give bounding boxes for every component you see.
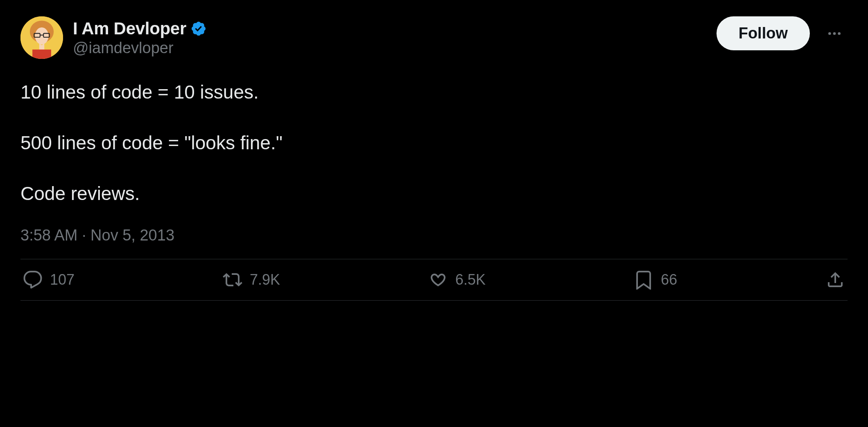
more-button[interactable]: [821, 20, 848, 47]
like-button[interactable]: 6.5K: [428, 270, 486, 290]
verified-badge-icon: [190, 20, 207, 37]
avatar[interactable]: [20, 16, 63, 59]
divider: [20, 300, 848, 301]
reply-count: 107: [50, 271, 75, 288]
user-handle[interactable]: @iamdevloper: [73, 39, 207, 57]
user-group[interactable]: I Am Devloper @iamdevloper: [20, 16, 207, 59]
heart-icon: [428, 270, 448, 290]
tweet-timestamp[interactable]: 3:58 AM · Nov 5, 2013: [20, 227, 848, 244]
share-icon: [825, 270, 845, 290]
display-name[interactable]: I Am Devloper: [73, 19, 186, 38]
bookmark-icon: [634, 270, 653, 290]
like-count: 6.5K: [455, 271, 486, 288]
action-bar: 107 7.9K 6.5K 66: [20, 259, 848, 300]
reply-icon: [23, 270, 43, 290]
follow-button[interactable]: Follow: [717, 16, 810, 50]
svg-point-2: [35, 27, 48, 45]
retweet-count: 7.9K: [250, 271, 280, 288]
bookmark-button[interactable]: 66: [634, 270, 677, 290]
svg-point-7: [828, 32, 831, 35]
bookmark-count: 66: [661, 271, 677, 288]
retweet-button[interactable]: 7.9K: [223, 270, 280, 290]
svg-point-9: [838, 32, 841, 35]
tweet-text: 10 lines of code = 10 issues. 500 lines …: [20, 79, 848, 206]
reply-button[interactable]: 107: [23, 270, 75, 290]
retweet-icon: [223, 270, 242, 290]
svg-rect-6: [32, 49, 51, 59]
svg-point-8: [833, 32, 836, 35]
share-button[interactable]: [825, 270, 845, 290]
